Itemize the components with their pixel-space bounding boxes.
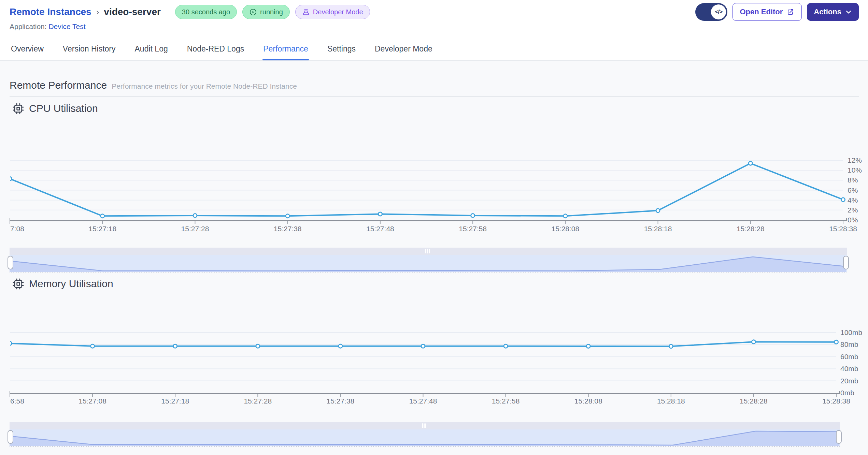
cpu-point — [841, 198, 845, 202]
cpu-point — [101, 214, 104, 218]
cpu-x-label: 15:28:18 — [644, 225, 672, 233]
cpu-x-label: 15:28:38 — [829, 225, 857, 233]
cpu-x-label: 15:27:18 — [88, 225, 116, 233]
cpu-x-label: 15:27:28 — [181, 225, 209, 233]
cpu-brush-right-handle[interactable] — [843, 256, 849, 269]
cpu-brush-grip-icon[interactable] — [427, 249, 428, 253]
memory-x-label: 15:28:18 — [657, 397, 685, 405]
memory-x-label: 6:58 — [10, 397, 24, 405]
cpu-x-label: 15:27:58 — [459, 225, 487, 233]
memory-point — [256, 344, 260, 348]
cpu-point — [656, 209, 660, 212]
memory-brush-grip-icon[interactable] — [422, 423, 423, 428]
memory-point — [504, 344, 508, 348]
memory-y-label: 40mb — [840, 365, 858, 372]
cpu-point — [8, 177, 12, 180]
cpu-point — [378, 212, 382, 216]
memory-x-label: 15:27:28 — [244, 397, 272, 405]
cpu-y-label: 8% — [848, 176, 858, 184]
cpu-point — [471, 214, 475, 217]
cpu-x-label: 15:28:08 — [551, 225, 579, 233]
cpu-x-label: 15:27:48 — [366, 225, 394, 233]
memory-x-label: 15:28:28 — [740, 397, 768, 405]
memory-point — [835, 340, 838, 344]
cpu-y-label: 4% — [848, 196, 858, 204]
memory-x-label: 15:27:18 — [161, 397, 189, 405]
memory-y-label: 100mb — [840, 328, 862, 336]
cpu-line — [10, 163, 843, 216]
memory-brush-right-handle[interactable] — [836, 430, 841, 443]
memory-brush-grip-icon[interactable] — [424, 423, 425, 428]
cpu-x-label: 15:27:38 — [274, 225, 302, 233]
cpu-x-label: 7:08 — [10, 225, 24, 233]
page-root: Remote Instances › video-server 30 secon… — [0, 0, 868, 455]
cpu-brush-drag-strip[interactable] — [10, 248, 847, 255]
memory-x-label: 15:27:48 — [409, 397, 437, 405]
memory-point — [91, 344, 95, 348]
cpu-series — [8, 161, 845, 218]
memory-point — [421, 344, 425, 348]
memory-point — [669, 344, 673, 348]
memory-y-label: 60mb — [840, 353, 858, 361]
cpu-point — [749, 161, 752, 165]
memory-point — [586, 344, 590, 348]
memory-point — [339, 344, 342, 348]
cpu-point — [193, 214, 197, 217]
memory-series — [8, 340, 838, 348]
memory-y-label: 20mb — [840, 377, 858, 385]
memory-brush-left-handle[interactable] — [8, 430, 13, 443]
cpu-y-label: 0% — [848, 216, 858, 224]
memory-y-label: 0mb — [840, 389, 854, 397]
memory-x-label: 15:28:08 — [574, 397, 602, 405]
cpu-x-label: 15:28:28 — [737, 225, 765, 233]
cpu-y-label: 2% — [848, 206, 858, 214]
cpu-y-label: 6% — [848, 186, 858, 194]
cpu-brush-grip-icon[interactable] — [429, 249, 430, 253]
memory-point — [8, 341, 12, 345]
memory-x-label: 15:28:38 — [822, 397, 850, 405]
cpu-point — [564, 214, 567, 218]
memory-point — [752, 340, 755, 344]
cpu-y-label: 12% — [848, 156, 862, 164]
memory-x-label: 15:27:38 — [327, 397, 355, 405]
charts-layer: 7:0815:27:1815:27:2815:27:3815:27:4815:2… — [0, 0, 868, 455]
cpu-y-label: 10% — [848, 166, 862, 174]
cpu-point — [286, 214, 289, 218]
memory-y-label: 80mb — [840, 340, 858, 348]
cpu-brush-left-handle[interactable] — [8, 256, 13, 269]
memory-x-label: 15:27:08 — [79, 397, 106, 405]
cpu-brush-grip-icon[interactable] — [425, 249, 426, 253]
memory-x-label: 15:27:58 — [492, 397, 520, 405]
memory-point — [173, 344, 177, 348]
memory-brush-grip-icon[interactable] — [425, 423, 426, 428]
